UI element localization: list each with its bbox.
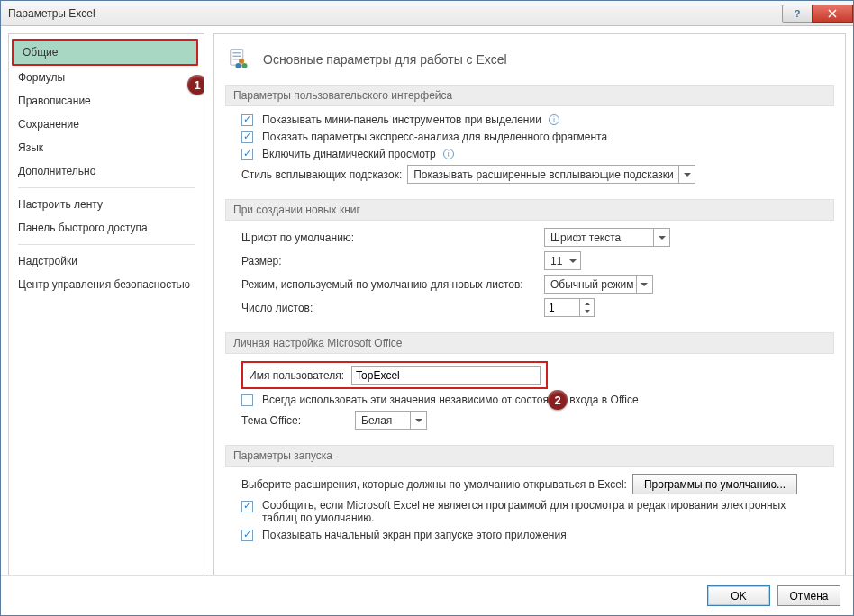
close-button[interactable] xyxy=(812,5,853,23)
nav-formulas[interactable]: Формулы xyxy=(9,66,204,89)
nav-customize-ribbon[interactable]: Настроить ленту xyxy=(9,193,204,216)
nav-trust-center[interactable]: Центр управления безопасностью xyxy=(9,273,204,296)
spin-sheet-count[interactable] xyxy=(544,298,595,317)
ok-button[interactable]: OK xyxy=(707,585,770,606)
nav-qat[interactable]: Панель быстрого доступа xyxy=(9,216,204,240)
callout-badge-1: 1 xyxy=(187,75,204,95)
nav-addins[interactable]: Надстройки xyxy=(9,249,204,273)
dialog-footer: OK Отмена xyxy=(1,575,853,615)
lbl-default-view: Режим, используемый по умолчанию для нов… xyxy=(241,278,523,291)
category-sidebar: Общие 1 Формулы Правописание Сохранение … xyxy=(8,33,204,575)
chevron-down-icon xyxy=(636,276,652,293)
chevron-down-icon xyxy=(653,229,669,246)
lbl-notify-default: Сообщить, если Microsoft Excel не являет… xyxy=(262,499,803,524)
panel-heading: Основные параметры для работы с Excel xyxy=(263,52,507,67)
nav-save[interactable]: Сохранение xyxy=(9,113,204,136)
svg-rect-1 xyxy=(232,52,241,53)
chk-quick-analysis[interactable] xyxy=(241,131,253,143)
dialog-body: Общие 1 Формулы Правописание Сохранение … xyxy=(1,26,853,575)
panel-heading-row: Основные параметры для работы с Excel xyxy=(229,47,834,72)
select-default-view[interactable]: Обычный режим xyxy=(544,275,653,294)
select-default-font-value: Шрифт текста xyxy=(550,231,621,244)
select-default-view-value: Обычный режим xyxy=(550,278,634,291)
settings-panel: Основные параметры для работы с Excel Па… xyxy=(214,33,846,575)
chk-live-preview[interactable] xyxy=(241,149,253,160)
lbl-always-use: Всегда использовать эти значения независ… xyxy=(262,394,639,406)
spin-sheet-count-input[interactable] xyxy=(545,299,579,316)
lbl-username: Имя пользователя: xyxy=(249,369,344,382)
window-title: Параметры Excel xyxy=(8,7,95,20)
svg-point-4 xyxy=(235,63,241,68)
section-personal-header: Личная настройка Microsoft Office xyxy=(225,332,834,354)
nav-proofing[interactable]: Правописание xyxy=(9,89,204,113)
select-tooltip-value: Показывать расширенные всплывающие подск… xyxy=(413,168,673,181)
section-newbook-header: При создании новых книг xyxy=(225,199,834,221)
excel-options-dialog: Параметры Excel ? Общие 1 Формулы Правоп… xyxy=(0,0,854,616)
spin-up-icon[interactable] xyxy=(580,299,594,308)
lbl-default-ext: Выберите расширения, которые должны по у… xyxy=(241,478,627,491)
chk-mini-toolbar[interactable] xyxy=(241,114,253,126)
select-font-size[interactable]: 11 xyxy=(544,251,581,270)
select-tooltip-style[interactable]: Показывать расширенные всплывающие подск… xyxy=(407,165,695,184)
spin-down-icon[interactable] xyxy=(580,308,594,317)
select-office-theme[interactable]: Белая xyxy=(355,411,427,430)
chk-always-use[interactable] xyxy=(241,394,253,406)
lbl-live-preview: Включить динамический просмотр xyxy=(262,148,436,160)
nav-advanced[interactable]: Дополнительно xyxy=(9,159,204,183)
chk-notify-default[interactable] xyxy=(241,501,253,512)
lbl-tooltip-style: Стиль всплывающих подсказок: xyxy=(241,168,402,181)
info-icon[interactable]: i xyxy=(549,114,559,125)
select-default-font[interactable]: Шрифт текста xyxy=(544,228,670,247)
lbl-quick-analysis: Показать параметры экспресс-анализа для … xyxy=(262,131,607,143)
chevron-down-icon xyxy=(410,412,426,429)
lbl-office-theme: Тема Office: xyxy=(241,414,301,427)
svg-rect-2 xyxy=(232,56,241,57)
options-icon xyxy=(229,47,254,72)
info-icon[interactable]: i xyxy=(443,149,454,159)
svg-point-5 xyxy=(241,63,247,68)
nav-general[interactable]: Общие xyxy=(14,41,196,64)
cancel-button[interactable]: Отмена xyxy=(777,585,840,606)
select-font-size-value: 11 xyxy=(550,255,562,267)
nav-language[interactable]: Язык xyxy=(9,136,204,159)
lbl-default-font: Шрифт по умолчанию: xyxy=(241,231,354,244)
svg-point-6 xyxy=(239,59,244,64)
section-startup-header: Параметры запуска xyxy=(225,445,834,467)
btn-default-programs[interactable]: Программы по умолчанию... xyxy=(632,474,797,494)
lbl-font-size: Размер: xyxy=(241,255,282,267)
username-highlight: Имя пользователя: xyxy=(241,361,548,389)
titlebar: Параметры Excel ? xyxy=(1,1,853,26)
help-button[interactable]: ? xyxy=(782,5,813,23)
chevron-down-icon xyxy=(678,166,695,183)
section-ui-header: Параметры пользовательского интерфейса xyxy=(225,85,834,106)
lbl-sheet-count: Число листов: xyxy=(241,302,313,314)
close-icon xyxy=(828,9,837,18)
window-controls: ? xyxy=(783,5,853,23)
lbl-mini-toolbar: Показывать мини-панель инструментов при … xyxy=(262,113,541,126)
lbl-start-screen: Показывать начальный экран при запуске э… xyxy=(262,529,567,541)
callout-badge-2: 2 xyxy=(548,390,568,410)
chk-start-screen[interactable] xyxy=(241,530,253,541)
input-username[interactable] xyxy=(351,366,541,385)
select-office-theme-value: Белая xyxy=(361,414,392,427)
